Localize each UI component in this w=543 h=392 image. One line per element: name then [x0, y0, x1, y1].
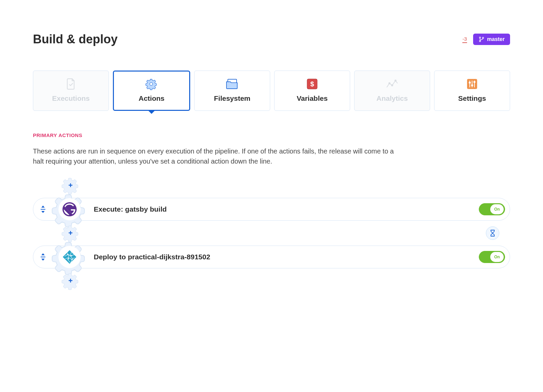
svg-point-3 [150, 83, 153, 86]
tab-variables[interactable]: $ Variables [274, 71, 350, 111]
tab-executions: Executions [33, 71, 109, 111]
dollar-box-icon: $ [307, 78, 318, 90]
svg-rect-19 [41, 257, 45, 257]
action-toggle[interactable]: On [479, 203, 505, 215]
tab-analytics: Analytics [354, 71, 430, 111]
section-label: PRIMARY ACTIONS [33, 132, 510, 138]
svg-point-0 [479, 37, 481, 38]
tabs: Executions Actions Filesystem $ Variable… [33, 71, 510, 111]
tab-filesystem[interactable]: Filesystem [194, 71, 270, 111]
svg-point-12 [469, 82, 471, 84]
svg-point-23 [72, 259, 73, 260]
svg-rect-17 [41, 209, 45, 210]
toggle-knob: On [490, 252, 504, 262]
svg-point-8 [391, 85, 393, 86]
netlify-icon [62, 250, 77, 264]
drag-handle[interactable] [33, 253, 53, 261]
tab-label: Actions [138, 94, 164, 102]
tab-label: Analytics [376, 94, 408, 102]
svg-point-22 [68, 258, 69, 260]
action-toggle[interactable]: On [479, 251, 505, 263]
branch-button[interactable]: master [473, 34, 510, 45]
drag-handle[interactable] [33, 206, 53, 213]
svg-point-14 [471, 84, 473, 86]
svg-point-7 [389, 83, 390, 84]
tab-actions[interactable]: Actions [113, 71, 190, 111]
sliders-icon [467, 78, 477, 90]
action-row-1[interactable]: Deploy to practical-dijkstra-891502 On [33, 246, 510, 268]
tab-label: Variables [297, 94, 328, 102]
chart-icon [386, 78, 398, 90]
gear-icon [145, 78, 158, 90]
section-description: These actions are run in sequence on eve… [33, 146, 399, 166]
plus-icon: + [69, 229, 73, 237]
tab-label: Settings [458, 94, 486, 102]
branch-label: master [487, 36, 505, 42]
action-row-0[interactable]: Execute: gatsby build On [33, 198, 510, 221]
action-label: Deploy to practical-dijkstra-891502 [94, 253, 479, 261]
add-action-bottom[interactable]: + [61, 272, 80, 290]
tab-label: Filesystem [214, 94, 251, 102]
action-icon-holder [51, 191, 88, 227]
file-check-icon [66, 78, 76, 90]
tab-settings[interactable]: Settings [434, 71, 510, 111]
action-icon-holder [51, 239, 88, 275]
svg-point-1 [479, 40, 481, 42]
gatsby-icon [62, 202, 77, 217]
diff-badge[interactable]: -3 [462, 36, 467, 43]
wait-badge[interactable] [486, 226, 499, 240]
header-right: -3 master [462, 34, 510, 45]
tab-label: Executions [52, 94, 90, 102]
toggle-knob: On [490, 204, 504, 214]
plus-icon: + [69, 277, 73, 285]
plus-icon: + [69, 182, 73, 189]
svg-point-2 [482, 37, 484, 39]
svg-point-16 [473, 81, 475, 83]
branch-icon [478, 36, 485, 42]
svg-point-20 [67, 254, 69, 255]
folders-icon [226, 78, 239, 90]
svg-point-21 [71, 255, 72, 257]
page-title: Build & deploy [33, 32, 118, 46]
hourglass-icon [490, 229, 496, 237]
svg-text:$: $ [310, 80, 314, 88]
action-label: Execute: gatsby build [94, 205, 479, 213]
svg-point-9 [395, 80, 396, 81]
